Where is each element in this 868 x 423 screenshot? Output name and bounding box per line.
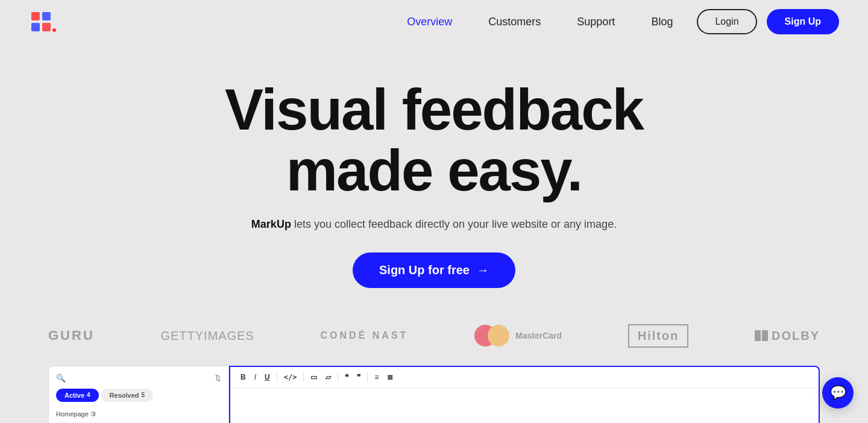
resolved-tab-label: Resolved	[110, 392, 139, 399]
logo-hilton: Hilton	[628, 324, 689, 348]
toolbar-underline[interactable]: U	[263, 372, 272, 383]
cta-arrow-icon: →	[477, 263, 489, 277]
toolbar-list-ordered[interactable]: ▱	[324, 372, 333, 383]
cta-button[interactable]: Sign Up for free →	[353, 252, 515, 288]
mastercard-yellow-circle	[488, 325, 509, 346]
navbar: Overview Customers Support Blog Login Si…	[0, 0, 868, 43]
preview-list-item: Homepage ③	[56, 407, 221, 422]
toolbar-align-justify[interactable]: ≣	[385, 372, 395, 383]
toolbar-separator-4	[367, 372, 368, 382]
toolbar-quote-right[interactable]: ❞	[355, 372, 362, 383]
logos-section: GURU gettyimages CONDÉ NAST MasterCard H…	[0, 312, 868, 360]
logo-guru: GURU	[48, 328, 95, 343]
preview-sidebar: 🔍 ⇅ Active 4 Resolved 5 Homepage ③	[48, 366, 229, 423]
preview-main: B I U </> ▭ ▱ ❝ ❞ ≡ ≣	[229, 366, 820, 423]
preview-toolbar: B I U </> ▭ ▱ ❝ ❞ ≡ ≣	[230, 367, 819, 388]
toolbar-quote-left[interactable]: ❝	[343, 372, 350, 383]
condenast-logo-text: CONDÉ NAST	[321, 330, 409, 341]
nav-support[interactable]: Support	[577, 16, 615, 28]
logo-condenast: CONDÉ NAST	[321, 330, 409, 341]
chat-icon: 💬	[830, 385, 846, 401]
svg-rect-1	[31, 23, 40, 31]
active-tab-count: 4	[87, 392, 90, 398]
resolved-tab[interactable]: Resolved 5	[101, 389, 153, 402]
dolby-icon	[755, 330, 768, 341]
toolbar-separator-3	[338, 372, 338, 382]
toolbar-align-left[interactable]: ≡	[373, 372, 380, 383]
search-icon: 🔍	[56, 374, 66, 383]
nav-customers[interactable]: Customers	[488, 16, 541, 28]
app-preview: 🔍 ⇅ Active 4 Resolved 5 Homepage ③ B I U…	[0, 366, 868, 423]
resolved-tab-count: 5	[142, 392, 145, 398]
logo[interactable]	[29, 10, 58, 34]
logo-dolby: DOLBY	[755, 329, 820, 343]
toolbar-separator-2	[303, 372, 304, 382]
hero-subtitle: MarkUp lets you collect feedback directl…	[251, 218, 617, 231]
signup-button[interactable]: Sign Up	[767, 9, 839, 34]
svg-rect-0	[31, 12, 40, 20]
toolbar-code[interactable]: </>	[282, 372, 299, 383]
sort-icon: ⇅	[215, 374, 221, 383]
mastercard-label: MasterCard	[515, 331, 562, 340]
login-button[interactable]: Login	[697, 9, 756, 34]
svg-rect-3	[42, 23, 51, 31]
dolby-logo-text: DOLBY	[772, 329, 820, 343]
svg-rect-2	[42, 12, 51, 20]
nav-overview[interactable]: Overview	[407, 16, 452, 28]
hero-section: Visual feedback made easy. MarkUp lets y…	[0, 43, 868, 312]
active-tab[interactable]: Active 4	[56, 389, 99, 402]
nav-actions: Login Sign Up	[697, 9, 839, 34]
logo-mastercard: MasterCard	[474, 325, 562, 346]
brand-name: MarkUp	[251, 218, 291, 230]
hero-title: Visual feedback made easy.	[225, 80, 643, 201]
preview-tabs: Active 4 Resolved 5	[56, 389, 221, 402]
guru-logo-text: GURU	[48, 328, 95, 343]
toolbar-italic[interactable]: I	[253, 372, 258, 383]
toolbar-list-unordered[interactable]: ▭	[309, 372, 319, 383]
nav-blog[interactable]: Blog	[651, 16, 673, 28]
preview-search-bar: 🔍 ⇅	[56, 374, 221, 383]
cta-label: Sign Up for free	[379, 263, 470, 277]
chat-widget[interactable]: 💬	[822, 377, 854, 409]
nav-links: Overview Customers Support Blog	[407, 16, 673, 28]
svg-point-4	[52, 28, 56, 32]
active-tab-label: Active	[64, 392, 84, 399]
toolbar-bold[interactable]: B	[239, 372, 248, 383]
logo-gettyimages: gettyimages	[160, 329, 254, 343]
toolbar-separator-1	[277, 372, 277, 382]
gettyimages-logo-text: gettyimages	[160, 329, 254, 343]
hilton-logo-text: Hilton	[628, 324, 689, 348]
